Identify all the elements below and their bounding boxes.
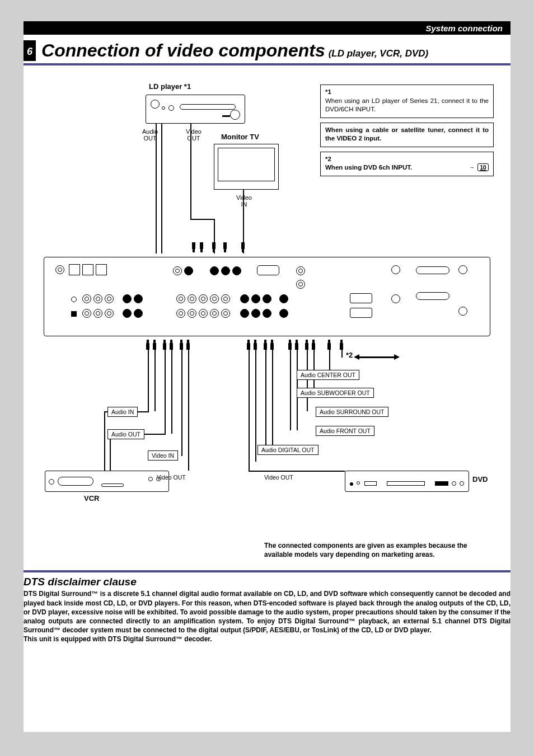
ld-slot xyxy=(222,115,230,117)
page-number: 6 xyxy=(24,40,36,61)
wire xyxy=(161,124,162,253)
page-subtitle: (LD player, VCR, DVD) xyxy=(329,48,429,59)
plug-icon xyxy=(270,340,274,350)
dts-body-text: DTS Digital Surround™ is a discrete 5.1 … xyxy=(24,590,510,634)
page-ref-icon: 10 xyxy=(477,163,489,171)
jack xyxy=(134,294,143,303)
plug-icon xyxy=(294,340,299,350)
info-boxes: *1 When using an LD player of Series 21,… xyxy=(320,84,494,181)
note-3-head: *2 xyxy=(325,155,489,164)
jack xyxy=(105,294,114,303)
vcr-illustration xyxy=(45,471,169,492)
terminal xyxy=(391,265,400,274)
wire xyxy=(188,350,189,471)
dvd-audio-surround-label: Audio SURROUND OUT xyxy=(316,407,388,417)
ld-tray xyxy=(180,104,236,110)
terminal xyxy=(69,264,80,275)
wire xyxy=(190,219,215,220)
vcr-video-in-label: Video IN xyxy=(148,450,178,461)
digital-in xyxy=(350,308,372,320)
dvd-audio-digital-label: Audio DIGITAL OUT xyxy=(257,445,318,455)
digital-in xyxy=(350,293,372,306)
vcr-btn xyxy=(148,477,153,481)
note-3-body: When using DVD 6ch INPUT. xyxy=(325,163,489,172)
jack xyxy=(279,309,288,318)
page: System connection 6 Connection of video … xyxy=(24,21,510,732)
dvd-btn xyxy=(357,481,360,485)
vcr-audio-out-label: Audio OUT xyxy=(107,429,144,439)
optical-port xyxy=(257,265,279,278)
jack xyxy=(176,309,185,318)
dvd-btn xyxy=(452,481,456,486)
page-number-text: 6 xyxy=(27,46,32,58)
jack xyxy=(105,309,114,318)
jack xyxy=(263,294,271,303)
wire xyxy=(190,124,191,219)
terminal xyxy=(82,264,93,275)
dts-body: DTS Digital Surround™ is a discrete 5.1 … xyxy=(24,589,510,644)
dvd-audio-sub-label: Audio SUBWOOFER OUT xyxy=(297,388,374,398)
wire xyxy=(265,350,266,449)
wire xyxy=(181,350,182,456)
wire xyxy=(341,350,343,358)
plug-icon xyxy=(305,340,309,350)
jack xyxy=(251,309,260,318)
terminal xyxy=(96,264,107,275)
receiver-rear-panel xyxy=(44,257,490,336)
monitor-tv-label: Monitor TV xyxy=(221,133,259,141)
terminal xyxy=(391,294,400,303)
page-title: Connection of video components xyxy=(41,40,325,61)
jack xyxy=(93,309,102,318)
connection-diagram: LD player *1 Audio OUT Video OUT Monitor… xyxy=(24,82,510,536)
asterisk-2-marker: *2 xyxy=(346,351,353,359)
speaker-terminal xyxy=(416,266,449,274)
plug-icon xyxy=(152,340,157,350)
note-1: *1 When using an LD player of Series 21,… xyxy=(320,84,494,118)
plug-icon xyxy=(179,340,184,350)
dts-equipped-text: This unit is equipped with DTS Digital S… xyxy=(24,635,212,643)
plug-icon xyxy=(199,242,204,252)
jack xyxy=(232,266,241,275)
dts-section: DTS disclaimer clause DTS Digital Surrou… xyxy=(24,570,510,644)
terminal xyxy=(458,265,467,274)
wire xyxy=(290,350,291,430)
jack xyxy=(82,294,91,303)
jack xyxy=(55,265,64,274)
jack xyxy=(296,266,305,275)
plug-icon xyxy=(212,242,216,252)
jack xyxy=(173,266,182,275)
note-2: When using a cable or satellite tuner, c… xyxy=(320,123,494,147)
jack xyxy=(123,294,132,303)
plug-icon xyxy=(311,340,316,350)
jack xyxy=(263,309,271,318)
wire xyxy=(249,350,250,471)
video-out-label: Video OUT xyxy=(186,128,202,142)
wire xyxy=(156,124,157,253)
dvd-illustration xyxy=(345,471,469,492)
jack xyxy=(240,294,249,303)
wire xyxy=(171,350,172,434)
dvd-video-out-label: Video OUT xyxy=(264,474,293,481)
dvd-label: DVD xyxy=(472,475,488,483)
vcr-audio-in-label: Audio IN xyxy=(107,407,138,417)
plug-icon xyxy=(162,340,167,350)
vcr-label: VCR xyxy=(84,494,99,503)
jack xyxy=(221,309,230,318)
vcr-tray xyxy=(58,477,93,486)
plug-icon xyxy=(263,340,268,350)
dvd-audio-center-label: Audio CENTER OUT xyxy=(297,370,359,380)
jack xyxy=(210,309,219,318)
note-1-body: When using an LD player of Series 21, co… xyxy=(325,97,489,114)
example-note: The connected components are given as ex… xyxy=(264,541,494,559)
plug-icon xyxy=(327,340,331,350)
jack xyxy=(251,294,260,303)
plug-icon xyxy=(339,340,344,350)
wire xyxy=(255,350,256,462)
speaker-terminal xyxy=(416,292,449,300)
jack xyxy=(221,266,230,275)
wire xyxy=(249,471,345,472)
optical-cable-icon xyxy=(358,356,395,358)
jack xyxy=(199,294,208,303)
jack xyxy=(188,294,196,303)
plug-icon xyxy=(191,242,196,252)
